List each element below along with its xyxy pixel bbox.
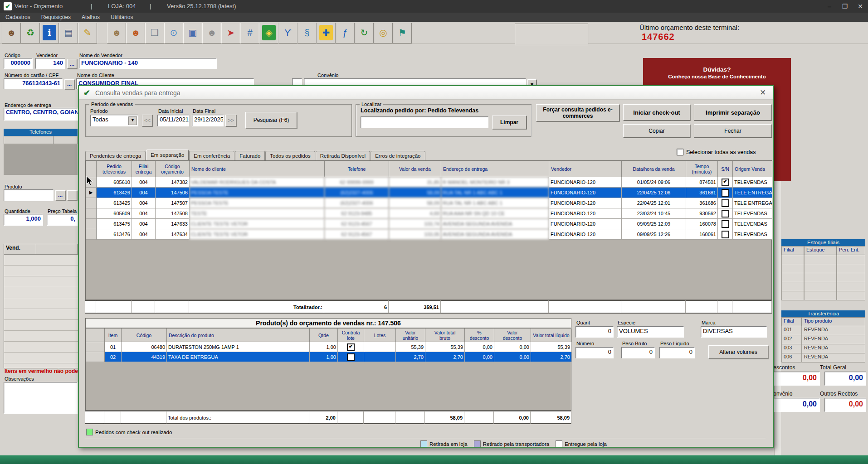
- finance-icon[interactable]: ƒ: [336, 23, 355, 44]
- data-final-field[interactable]: 29/12/2025: [192, 115, 224, 126]
- especie-field[interactable]: VOLUMES: [617, 326, 684, 338]
- nome-cliente-label: Nome do Cliente: [77, 72, 114, 78]
- limpar-button[interactable]: Limpar: [492, 116, 527, 129]
- sn-checkbox[interactable]: [722, 220, 729, 228]
- delivery-icon[interactable]: ➤: [221, 23, 240, 44]
- imprimir-separacao-button[interactable]: Imprimir separação: [694, 104, 772, 121]
- vendedor-lookup-button[interactable]: ...: [67, 59, 77, 69]
- sn-checkbox[interactable]: [722, 199, 729, 207]
- cell-tempo: 361681: [686, 188, 718, 198]
- sngpc-icon[interactable]: §: [297, 23, 317, 44]
- controla-lote-checkbox[interactable]: ✔: [347, 343, 355, 351]
- quant-field[interactable]: 0: [575, 326, 614, 338]
- peso-bruto-field[interactable]: 0: [621, 347, 655, 358]
- cell-vliq: 2,70: [531, 352, 572, 362]
- column-header: Valor total líquido: [531, 329, 572, 342]
- cartao-field[interactable]: 766134343-61: [4, 78, 63, 89]
- totalizador-cell: [549, 300, 621, 314]
- alterar-volumes-button[interactable]: Alterar volumes: [708, 345, 768, 359]
- menu-item-requisicoes[interactable]: Requisições: [36, 13, 76, 22]
- product-row[interactable]: 0106480DURATESTON 250MG 1AMP 11,00✔55,39…: [86, 342, 571, 352]
- cliente-lookup-button[interactable]: ...: [64, 79, 74, 89]
- menu-item-utilitarios[interactable]: Utilitários: [105, 13, 138, 22]
- cell-pdesc: 0,00: [465, 342, 494, 352]
- marca-field[interactable]: DIVERSAS: [701, 326, 767, 338]
- prev-period-button[interactable]: <<: [142, 115, 153, 126]
- table-row[interactable]: 613475004147633CLIENTE TESTE VETOR62 912…: [86, 219, 771, 229]
- gold-ring-icon[interactable]: ◎: [374, 23, 393, 44]
- cell-valor: 31,85: [389, 177, 441, 188]
- transfer-cell: REVENDA: [802, 335, 865, 344]
- estoque-header: FilialEstoquePen. Ent.: [781, 246, 865, 255]
- health-plus-icon[interactable]: ✚: [317, 23, 336, 44]
- right-gutter: [774, 181, 781, 455]
- tab-em-conferencia[interactable]: Em conferência: [189, 151, 234, 160]
- produto-extra-button[interactable]: [67, 190, 77, 200]
- edit-icon[interactable]: ✎: [78, 23, 97, 44]
- close-button[interactable]: ✕: [853, 0, 868, 13]
- info-icon[interactable]: ℹ: [40, 23, 59, 44]
- codigo-field[interactable]: 000000: [4, 58, 33, 69]
- produto-lookup-button[interactable]: ...: [55, 190, 65, 200]
- save-icon[interactable]: ▤: [59, 23, 78, 44]
- sn-checkbox[interactable]: [722, 231, 729, 238]
- produto-field[interactable]: [4, 189, 54, 201]
- peso-liquido-field[interactable]: 0: [659, 347, 695, 358]
- tab-faturado[interactable]: Faturado: [235, 151, 265, 160]
- pesquisar-button[interactable]: Pesquisar (F6): [245, 112, 297, 128]
- fechar-button[interactable]: Fechar: [694, 124, 772, 138]
- data-inicial-field[interactable]: 05/11/2021: [157, 115, 189, 126]
- flag-icon[interactable]: ⚑: [393, 23, 412, 44]
- iniciar-checkout-button[interactable]: Iniciar check-out: [623, 104, 690, 121]
- sn-checkbox[interactable]: [722, 189, 729, 197]
- copy-doc-icon[interactable]: ❏: [145, 23, 164, 44]
- menu-item-atalhos[interactable]: Atalhos: [76, 13, 105, 22]
- chevron-down-icon[interactable]: ▼: [128, 116, 137, 125]
- periodo-select[interactable]: Todas ▼: [90, 115, 138, 126]
- localizar-input[interactable]: [361, 116, 488, 128]
- sn-checkbox[interactable]: [722, 210, 729, 218]
- tab-erros-de-integracao[interactable]: Erros de integração: [371, 151, 425, 160]
- sync-icon[interactable]: ↻: [355, 23, 374, 44]
- table-row[interactable]: 605609004147508TESTE62 9123-94854,69RUA …: [86, 208, 771, 219]
- product-row[interactable]: 0244319TAXA DE ENTREGUA1,002,702,700,000…: [86, 352, 571, 362]
- cell-telefone: 62 9123-4567: [325, 219, 389, 229]
- refresh-icon[interactable]: ♻: [21, 23, 40, 44]
- search-icon[interactable]: ⊙: [164, 23, 183, 44]
- transfer-row: 003REVENDA: [781, 344, 865, 353]
- clients-icon[interactable]: ☻: [2, 23, 21, 44]
- preco-tabela-field[interactable]: 0,: [47, 214, 78, 226]
- tab-em-separacao[interactable]: Em separação: [146, 150, 189, 160]
- table-row[interactable]: ▶613426004147506PESSOA TESTE(62)2327-400…: [86, 188, 771, 198]
- customers-icon[interactable]: ☻: [107, 23, 126, 44]
- customers-frame-icon[interactable]: ☻: [126, 23, 145, 44]
- next-period-button[interactable]: >>: [225, 115, 236, 126]
- tab-pendentes-de-entrega[interactable]: Pendentes de entrega: [85, 151, 146, 160]
- quantidade-field[interactable]: 1,000: [4, 214, 43, 226]
- tab-todos-os-pedidos[interactable]: Todos os pedidos: [265, 151, 315, 160]
- maximize-button[interactable]: ❐: [837, 0, 853, 13]
- sn-checkbox[interactable]: ✔: [722, 179, 729, 186]
- select-all-checkbox[interactable]: [677, 149, 683, 155]
- ecommerce-icon[interactable]: #: [240, 23, 259, 44]
- table-row[interactable]: 613476004147634CLIENTE TESTE VETOR62 912…: [86, 229, 771, 240]
- dialog-close-icon[interactable]: ✕: [758, 88, 768, 98]
- observacoes-field[interactable]: [4, 382, 78, 414]
- minimize-button[interactable]: –: [822, 0, 837, 13]
- table-row[interactable]: 613425004147507PESSOA TESTE(62)2327-4006…: [86, 198, 771, 208]
- nome-vendedor-field[interactable]: FUNCIONARIO - 140: [79, 58, 217, 69]
- table-row[interactable]: 605610004147382VALDEMAR RODRIGUES DA COS…: [86, 177, 771, 188]
- menu-item-cadastros[interactable]: Cadastros: [0, 13, 36, 22]
- vendedor-field[interactable]: 140: [35, 58, 65, 69]
- copiar-button[interactable]: Copiar: [623, 124, 690, 138]
- tab-retirada-disponivel[interactable]: Retirada Disponível: [316, 151, 370, 160]
- brazil-flag-icon[interactable]: ◈: [259, 23, 278, 44]
- controla-lote-checkbox[interactable]: [347, 353, 355, 361]
- endereco-field[interactable]: CENTRO, CENTRO, GOIANI: [4, 108, 78, 121]
- catalog-icon[interactable]: ▣: [183, 23, 202, 44]
- transfer-cell: REVENDA: [802, 344, 865, 353]
- numero-field[interactable]: 0: [575, 347, 614, 358]
- user-icon[interactable]: ☻: [202, 23, 221, 44]
- forcar-consulta-button[interactable]: Forçar consulta pedidos e-commerces: [536, 104, 619, 121]
- consult-icon[interactable]: ϒ: [278, 23, 297, 44]
